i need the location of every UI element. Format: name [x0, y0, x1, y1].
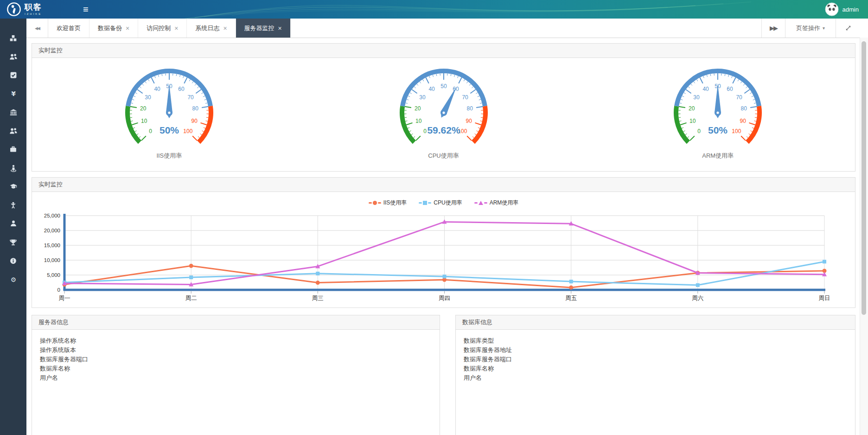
tab-1[interactable]: 欢迎首页 — [48, 19, 89, 38]
tab-close-icon[interactable]: × — [223, 25, 227, 32]
svg-text:59.62%: 59.62% — [427, 125, 460, 135]
tab-close-icon[interactable]: × — [278, 25, 282, 32]
server-info-item: 数据库服务器端口 — [40, 355, 440, 364]
tab-close-icon[interactable]: × — [174, 25, 178, 32]
svg-text:周六: 周六 — [692, 295, 703, 301]
svg-text:周三: 周三 — [312, 295, 324, 301]
tab-actions-dropdown[interactable]: 页签操作 ▾ — [785, 19, 836, 38]
line-chart-panel: 实时监控 IIS使用率CPU使用率ARM使用率 周一周二周三周四周五周六周日05… — [32, 177, 855, 308]
svg-text:50: 50 — [440, 83, 447, 90]
menu-toggle-icon[interactable]: ≡ — [78, 0, 93, 19]
sidebar-item-yen[interactable]: ¥ — [0, 84, 26, 103]
server-info-item: 用户名 — [40, 373, 440, 383]
tab-actions-label: 页签操作 — [796, 24, 820, 32]
svg-text:10,000: 10,000 — [44, 257, 60, 263]
sidebar-item-user[interactable] — [0, 214, 26, 233]
svg-text:90: 90 — [466, 118, 472, 124]
line-chart-svg: 周一周二周三周四周五周六周日05,00010,00015,00020,00025… — [32, 210, 855, 306]
sidebar-item-graduation-cap[interactable] — [0, 177, 26, 196]
sidebar-item-users[interactable] — [0, 47, 26, 66]
svg-text:5,000: 5,000 — [47, 272, 60, 278]
gauge-cpu: 010203040506070809010059.62%CPU使用率 — [306, 59, 581, 171]
svg-text:80: 80 — [192, 105, 198, 112]
gauge-panel: 实时监控 010203040506070809010050%IIS使用率 010… — [32, 43, 855, 172]
bank-icon — [9, 108, 18, 116]
svg-text:0: 0 — [698, 128, 701, 134]
sidebar-item-cubes[interactable] — [0, 29, 26, 47]
svg-text:90: 90 — [740, 118, 747, 124]
svg-text:20: 20 — [689, 105, 695, 112]
svg-text:80: 80 — [466, 105, 473, 112]
sidebar-item-trophy[interactable] — [0, 233, 26, 251]
navbar-decoration — [0, 0, 868, 19]
database-info-item: 数据库服务器地址 — [464, 345, 855, 355]
sidebar-item-child[interactable] — [0, 196, 26, 214]
check-square-icon — [9, 71, 18, 79]
tab-close-icon[interactable]: × — [126, 25, 129, 32]
child-icon — [9, 201, 18, 209]
svg-text:周一: 周一 — [59, 295, 70, 301]
graduation-cap-icon — [9, 182, 18, 191]
tab-2[interactable]: 数据备份× — [89, 19, 138, 38]
legend-label: IIS使用率 — [383, 199, 407, 207]
svg-text:10: 10 — [141, 118, 147, 124]
sidebar-item-users2[interactable] — [0, 122, 26, 140]
svg-text:⚙: ⚙ — [10, 275, 16, 283]
tab-label: 系统日志 — [195, 24, 219, 32]
svg-text:20: 20 — [140, 105, 147, 112]
sidebar-item-info[interactable] — [0, 251, 26, 270]
info-icon — [9, 256, 18, 265]
users-icon — [9, 52, 18, 61]
tab-label: 欢迎首页 — [57, 24, 81, 32]
database-info-item: 数据库类型 — [464, 336, 855, 345]
sidebar-item-bank[interactable] — [0, 103, 26, 122]
svg-text:30: 30 — [693, 94, 700, 101]
database-info-item: 数据库服务器端口 — [464, 355, 855, 364]
svg-text:60: 60 — [727, 86, 733, 92]
svg-text:70: 70 — [736, 94, 743, 101]
user-menu[interactable]: admin — [825, 2, 868, 16]
fullscreen-icon — [845, 25, 852, 32]
database-info-list: 数据库类型数据库服务器地址数据库服务器端口数据库名称用户名 — [456, 330, 855, 383]
svg-text:50%: 50% — [708, 125, 728, 135]
scrollbar-thumb[interactable] — [862, 41, 866, 315]
svg-text:周五: 周五 — [565, 295, 577, 301]
svg-text:10: 10 — [689, 118, 696, 124]
svg-text:20: 20 — [415, 105, 421, 112]
svg-text:0: 0 — [149, 128, 152, 134]
logo-text: 职客 IZHIKE — [25, 3, 42, 15]
legend-item-2[interactable]: CPU使用率 — [419, 199, 462, 207]
user-icon — [9, 219, 18, 228]
street-view-icon — [9, 164, 18, 172]
cogs-icon: ⚙ — [9, 275, 18, 283]
svg-text:0: 0 — [423, 128, 427, 134]
svg-text:¥: ¥ — [11, 90, 16, 97]
gauge-svg: 010203040506070809010059.62% — [388, 59, 499, 148]
svg-text:40: 40 — [703, 86, 709, 92]
tab-3[interactable]: 访问控制× — [138, 19, 187, 38]
legend-item-3[interactable]: ARM使用率 — [474, 199, 519, 207]
page-scrollbar — [860, 38, 868, 435]
svg-text:50%: 50% — [160, 125, 179, 135]
tab-bar: ◀◀ 欢迎首页数据备份×访问控制×系统日志×服务器监控× ▶▶ 页签操作 ▾ — [26, 19, 860, 38]
fullscreen-button[interactable] — [836, 19, 860, 38]
legend-label: CPU使用率 — [434, 199, 462, 207]
tabs-scroll-left-button[interactable]: ◀◀ — [26, 19, 48, 38]
username-label: admin — [842, 6, 859, 13]
sidebar-item-street-view[interactable] — [0, 159, 26, 177]
tab-label: 访问控制 — [147, 24, 171, 32]
svg-text:60: 60 — [178, 86, 185, 92]
tabs-scroll-right-button[interactable]: ▶▶ — [761, 19, 785, 38]
gauge-arm: 010203040506070809010050%ARM使用率 — [581, 59, 855, 171]
tab-4[interactable]: 系统日志× — [187, 19, 236, 38]
app-screen: 职客 IZHIKE ≡ admin ◀◀ 欢迎首页数据备份×访问控制×系统日志×… — [0, 0, 868, 435]
trophy-icon — [9, 238, 18, 246]
legend-item-1[interactable]: IIS使用率 — [369, 199, 407, 207]
sidebar-item-check-square[interactable] — [0, 66, 26, 84]
app-logo[interactable]: 职客 IZHIKE — [0, 0, 42, 19]
tab-label: 数据备份 — [98, 24, 122, 32]
sidebar-item-cogs[interactable]: ⚙ — [0, 270, 26, 288]
tab-5[interactable]: 服务器监控× — [236, 19, 291, 38]
sidebar-item-briefcase[interactable] — [0, 140, 26, 159]
svg-text:40: 40 — [154, 86, 160, 92]
